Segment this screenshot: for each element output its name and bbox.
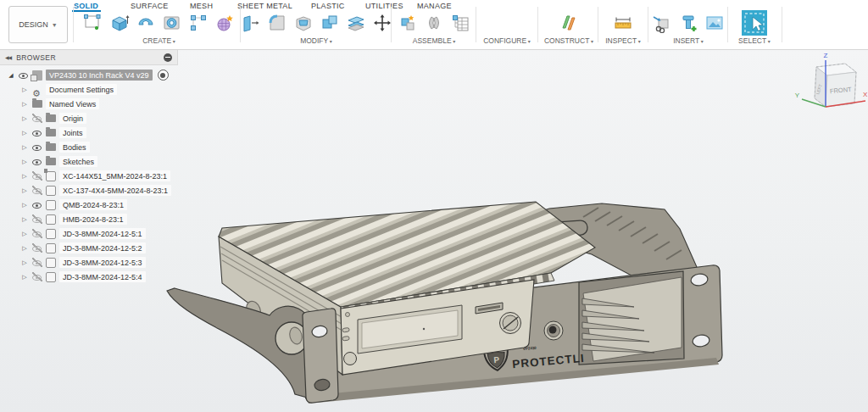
browser-item-label[interactable]: Bodies — [59, 142, 90, 153]
group-configure-label[interactable]: CONFIGURE — [483, 36, 531, 45]
design-workspace-dropdown[interactable]: DESIGN▼ — [8, 6, 68, 43]
browser-row[interactable]: ▷JD-3-8MM-2024-12-5:1 — [0, 226, 178, 241]
bom-button[interactable] — [448, 11, 472, 35]
group-create-label[interactable]: CREATE — [142, 36, 175, 45]
browser-header[interactable]: ◀◀ BROWSER — [0, 49, 178, 65]
insert-fastener-button[interactable] — [676, 11, 700, 35]
browser-item-label[interactable]: JD-3-8MM-2024-12-5:4 — [59, 271, 146, 282]
minimize-panel-icon[interactable] — [164, 53, 172, 62]
joint-button[interactable] — [422, 11, 446, 35]
browser-item-label[interactable]: QMB-2024-8-23:1 — [59, 199, 127, 210]
browser-row[interactable]: ▷XC-137-4X4-5MM-2024-8-23:1 — [0, 183, 178, 198]
browser-item-label[interactable]: Document Settings — [46, 84, 117, 95]
browser-item-label[interactable]: Joints — [59, 127, 86, 138]
visibility-eye-icon[interactable] — [32, 229, 42, 238]
browser-row[interactable]: ▷JD-3-8MM-2024-12-5:3 — [0, 255, 178, 270]
tab-surface[interactable]: SURFACE — [131, 2, 169, 10]
browser-row[interactable]: ▷Sketches — [0, 154, 178, 169]
visibility-eye-icon[interactable] — [32, 128, 42, 137]
combine-button[interactable] — [318, 11, 342, 35]
expand-arrow-icon[interactable]: ▷ — [20, 187, 29, 194]
browser-item-label[interactable]: VP2430 10 Inch Rack V4 v29 — [46, 70, 153, 81]
expand-arrow-icon[interactable]: ▷ — [20, 216, 29, 223]
tab-mesh[interactable]: MESH — [190, 2, 213, 10]
visibility-eye-icon[interactable] — [32, 142, 42, 152]
browser-row[interactable]: ▷Bodies — [0, 140, 178, 154]
browser-row[interactable]: ▷Origin — [0, 111, 178, 125]
group-assemble-label[interactable]: ASSEMBLE — [413, 36, 456, 45]
visibility-eye-icon[interactable] — [19, 70, 29, 80]
activate-component-icon[interactable] — [158, 70, 169, 81]
expand-arrow-icon[interactable]: ▷ — [20, 274, 29, 281]
group-construct-label[interactable]: CONSTRUCT — [544, 36, 593, 45]
browser-item-label[interactable]: Sketches — [59, 156, 97, 167]
insert-derive-button[interactable] — [650, 11, 674, 35]
hole-button[interactable] — [160, 11, 184, 35]
group-select-label[interactable]: SELECT — [738, 36, 771, 45]
visibility-eye-icon[interactable] — [32, 171, 42, 181]
browser-row[interactable]: ▷Joints — [0, 125, 178, 140]
tab-utilities[interactable]: UTILITIES — [365, 2, 403, 10]
create-sketch-button[interactable] — [81, 11, 105, 35]
expand-arrow-icon[interactable]: ▷ — [20, 231, 29, 237]
split-body-button[interactable] — [344, 11, 368, 35]
expand-arrow-icon[interactable]: ▷ — [20, 259, 29, 266]
press-pull-button[interactable] — [239, 11, 263, 35]
browser-row[interactable]: ▷JD-3-8MM-2024-12-5:4 — [0, 270, 178, 284]
browser-row[interactable]: ▷Named Views — [0, 97, 178, 111]
visibility-eye-icon[interactable] — [32, 258, 42, 267]
visibility-eye-icon[interactable] — [32, 186, 42, 195]
visibility-eye-icon[interactable] — [32, 272, 42, 281]
browser-item-label[interactable]: HMB-2024-8-23:1 — [59, 214, 127, 225]
browser-row[interactable]: ▷JD-3-8MM-2024-12-5:2 — [0, 241, 178, 255]
browser-row[interactable]: ▷XC-144X51_5MM-2024-8-23:1 — [0, 169, 178, 183]
expand-arrow-icon[interactable]: ◢ — [7, 72, 15, 79]
collapse-panel-icon[interactable]: ◀◀ — [5, 54, 11, 60]
select-button[interactable] — [741, 9, 768, 36]
browser-item-label[interactable]: XC-144X51_5MM-2024-8-23:1 — [59, 170, 170, 181]
extrude-button[interactable] — [108, 11, 131, 35]
expand-arrow-icon[interactable]: ▷ — [20, 202, 29, 209]
new-component-button[interactable] — [396, 11, 420, 35]
measure-button[interactable] — [611, 11, 635, 35]
expand-arrow-icon[interactable]: ▷ — [20, 159, 29, 165]
expand-arrow-icon[interactable]: ▷ — [20, 86, 29, 93]
browser-item-label[interactable]: XC-137-4X4-5MM-2024-8-23:1 — [59, 185, 171, 196]
visibility-eye-icon[interactable] — [32, 157, 42, 166]
expand-arrow-icon[interactable]: ▷ — [20, 173, 29, 180]
revolve-button[interactable] — [134, 11, 158, 35]
visibility-eye-icon[interactable] — [32, 214, 42, 224]
construct-plane-button[interactable] — [557, 11, 581, 35]
visibility-eye-icon[interactable] — [32, 243, 42, 253]
insert-image-button[interactable] — [703, 11, 726, 35]
browser-item-label[interactable]: JD-3-8MM-2024-12-5:2 — [59, 242, 146, 253]
group-modify-label[interactable]: MODIFY — [300, 36, 332, 45]
browser-row[interactable]: ◢VP2430 10 Inch Rack V4 v29 — [0, 68, 178, 82]
browser-item-label[interactable]: Origin — [59, 113, 86, 124]
group-insert-label[interactable]: INSERT — [673, 36, 704, 45]
expand-arrow-icon[interactable]: ▷ — [20, 115, 29, 122]
tab-manage[interactable]: MANAGE — [417, 2, 452, 10]
browser-item-label[interactable]: JD-3-8MM-2024-12-5:3 — [59, 257, 146, 268]
browser-item-label[interactable]: JD-3-8MM-2024-12-5:1 — [59, 228, 146, 239]
tab-solid[interactable]: SOLID — [74, 2, 98, 10]
browser-row[interactable]: ▷QMB-2024-8-23:1 — [0, 198, 178, 212]
fillet-button[interactable] — [265, 11, 289, 35]
visibility-eye-icon[interactable] — [32, 114, 42, 123]
browser-row[interactable]: ▷Document Settings — [0, 82, 178, 97]
view-cube[interactable]: FRONT LEFT Z X Y — [795, 52, 868, 107]
tab-sheet-metal[interactable]: SHEET METAL — [237, 2, 292, 10]
expand-arrow-icon[interactable]: ▷ — [20, 101, 29, 108]
expand-arrow-icon[interactable]: ▷ — [20, 130, 29, 136]
visibility-eye-icon[interactable] — [32, 200, 42, 209]
create-form-button[interactable] — [213, 11, 236, 35]
browser-row[interactable]: ▷HMB-2024-8-23:1 — [0, 212, 178, 226]
expand-arrow-icon[interactable]: ▷ — [20, 245, 29, 252]
group-inspect-label[interactable]: INSPECT — [605, 36, 641, 45]
shell-button[interactable] — [292, 11, 315, 35]
tab-plastic[interactable]: PLASTIC — [311, 2, 345, 10]
rack-left-ear[interactable] — [303, 309, 338, 403]
browser-item-label[interactable]: Named Views — [46, 98, 99, 109]
pattern-button[interactable] — [186, 11, 210, 35]
expand-arrow-icon[interactable]: ▷ — [20, 144, 29, 151]
